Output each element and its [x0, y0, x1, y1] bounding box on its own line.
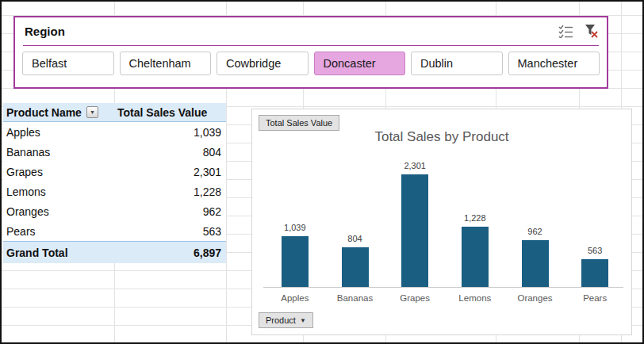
data-label-oranges: 962 — [505, 227, 565, 236]
grand-total-value: 6,897 — [114, 247, 226, 259]
pivot-body: Apples1,039Bananas804Grapes2,301Lemons1,… — [3, 122, 226, 241]
bar-lemons — [462, 227, 489, 287]
slicer-item-list: BelfastCheltenhamCowbridgeDoncasterDubli… — [22, 52, 600, 75]
value-field-label: Total Sales Value — [266, 118, 332, 128]
pivot-row-pears[interactable]: Pears563 — [3, 221, 226, 241]
bar-grapes — [401, 174, 428, 287]
pivot-grand-total-row[interactable]: Grand Total 6,897 — [3, 241, 226, 263]
slicer-item-doncaster[interactable]: Doncaster — [314, 52, 406, 75]
bar-oranges — [522, 240, 549, 287]
product-cell[interactable]: Bananas — [3, 146, 114, 159]
slicer-item-cheltenham[interactable]: Cheltenham — [120, 52, 212, 75]
filter-dropdown-icon[interactable]: ▼ — [86, 106, 98, 118]
slicer-item-belfast[interactable]: Belfast — [22, 52, 114, 75]
excel-worksheet: Region BelfastCheltenhamCowbridgeD — [0, 0, 644, 344]
pivot-header-row: Product Name ▼ Total Sales Value — [3, 103, 226, 122]
bar-apples — [282, 236, 309, 287]
slicer-item-manchester[interactable]: Manchester — [508, 52, 600, 75]
chevron-down-icon: ▼ — [300, 317, 306, 324]
value-cell[interactable]: 1,228 — [114, 185, 226, 198]
product-cell[interactable]: Oranges — [3, 205, 114, 218]
category-label-apples: Apples — [265, 293, 325, 303]
multi-select-icon[interactable] — [558, 23, 573, 39]
slicer-item-dublin[interactable]: Dublin — [411, 52, 503, 75]
product-cell[interactable]: Apples — [3, 126, 114, 139]
value-cell[interactable]: 2,301 — [114, 166, 226, 178]
data-label-pears: 563 — [565, 246, 625, 255]
value-field-button[interactable]: Total Sales Value — [259, 115, 339, 131]
value-cell[interactable]: 962 — [114, 205, 226, 218]
product-cell[interactable]: Grapes — [3, 166, 114, 178]
value-cell[interactable]: 563 — [114, 225, 226, 238]
axis-field-label: Product — [266, 315, 296, 325]
category-label-pears: Pears — [565, 293, 625, 303]
axis-field-button[interactable]: Product ▼ — [259, 312, 313, 328]
x-axis-line — [263, 287, 623, 288]
chart-title: Total Sales by Product — [252, 129, 631, 145]
slicer-item-cowbridge[interactable]: Cowbridge — [217, 52, 309, 75]
data-label-lemons: 1,228 — [445, 213, 505, 223]
value-cell[interactable]: 1,039 — [114, 126, 226, 139]
grand-total-label: Grand Total — [3, 247, 114, 259]
pivot-row-apples[interactable]: Apples1,039 — [3, 122, 226, 142]
bar-pears — [581, 259, 608, 287]
pivot-header-product[interactable]: Product Name ▼ — [3, 103, 114, 121]
data-label-apples: 1,039 — [265, 223, 325, 232]
product-cell[interactable]: Lemons — [3, 185, 114, 198]
pivot-row-lemons[interactable]: Lemons1,228 — [3, 182, 226, 201]
pivot-table: Product Name ▼ Total Sales Value Apples1… — [3, 103, 226, 263]
bar-bananas — [342, 247, 369, 287]
pivot-header-value-label: Total Sales Value — [117, 106, 207, 119]
category-label-oranges: Oranges — [505, 293, 565, 303]
clear-filter-icon[interactable] — [583, 23, 599, 39]
data-label-grapes: 2,301 — [385, 161, 445, 170]
pivot-row-bananas[interactable]: Bananas804 — [3, 142, 226, 162]
slicer-title: Region — [25, 25, 65, 38]
value-cell[interactable]: 804 — [114, 146, 226, 159]
product-cell[interactable]: Pears — [3, 225, 114, 238]
category-label-lemons: Lemons — [445, 293, 505, 303]
pivot-chart[interactable]: Total Sales Value Total Sales by Product… — [251, 109, 632, 335]
region-slicer[interactable]: Region BelfastCheltenhamCowbridgeD — [13, 16, 608, 89]
category-label-grapes: Grapes — [385, 293, 445, 303]
pivot-row-oranges[interactable]: Oranges962 — [3, 201, 226, 221]
data-label-bananas: 804 — [325, 234, 385, 243]
category-label-bananas: Bananas — [325, 293, 385, 303]
pivot-row-grapes[interactable]: Grapes2,301 — [3, 162, 226, 182]
slicer-separator — [23, 45, 599, 46]
pivot-header-value[interactable]: Total Sales Value — [114, 103, 226, 121]
pivot-header-product-label: Product Name — [6, 106, 82, 119]
